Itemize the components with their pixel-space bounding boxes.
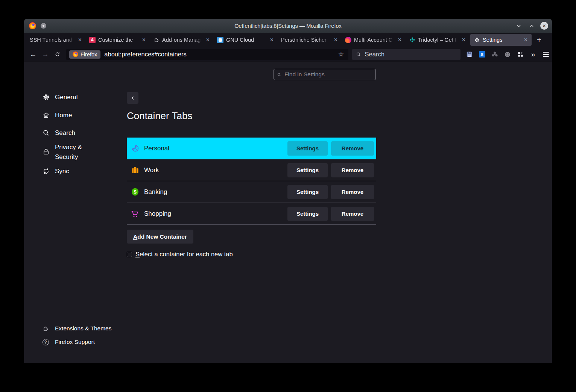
settings-page: General Home Search Privacy & Security (24, 62, 552, 363)
tab-close-icon[interactable]: × (141, 36, 146, 44)
pin-window-button[interactable] (41, 23, 46, 29)
animal-extension-button[interactable] (503, 50, 512, 59)
find-in-settings-box[interactable] (274, 69, 376, 80)
tab-multi-account[interactable]: Multi-Account C × (342, 33, 406, 47)
tab-label: Customize the (98, 37, 139, 43)
sidebar-item-search[interactable]: Search (42, 128, 91, 138)
container-settings-button[interactable]: Settings (287, 141, 328, 156)
extensions-themes-link[interactable]: Extensions & Themes (42, 325, 111, 332)
multi-account-containers-icon (345, 37, 351, 43)
home-icon (42, 111, 50, 119)
s-extension-button[interactable]: S (478, 50, 486, 59)
chevron-down-icon (516, 23, 522, 29)
s-extension-icon: S (479, 51, 485, 58)
sidebar-label: General (55, 92, 91, 102)
container-remove-button[interactable]: Remove (331, 207, 374, 221)
firefox-support-link[interactable]: ? Firefox Support (42, 339, 95, 345)
tab-addons-manager[interactable]: Add-ons Manag × (150, 33, 214, 47)
back-button[interactable]: ← (27, 49, 39, 60)
checkbox[interactable] (127, 252, 132, 257)
url-bar[interactable]: Firefox about:preferences#containers ☆ (66, 49, 348, 60)
reload-button[interactable] (51, 49, 63, 60)
app-menu-button[interactable] (542, 50, 550, 59)
add-new-container-button[interactable]: Add New Container (127, 230, 193, 244)
firefox-logo-icon (29, 22, 36, 29)
container-settings-button[interactable]: Settings (287, 163, 328, 177)
footer-link-label: Extensions & Themes (55, 325, 111, 332)
save-page-extension-button[interactable] (465, 50, 473, 59)
container-remove-button[interactable]: Remove (331, 141, 374, 156)
new-tab-button[interactable]: + (532, 36, 546, 44)
shopping-cart-icon (131, 209, 140, 218)
checkbox-label: Select a container for each new tab (135, 251, 233, 258)
url-text[interactable]: about:preferences#containers (104, 51, 336, 58)
bookmark-star-icon[interactable]: ☆ (337, 50, 345, 58)
tab-close-icon[interactable]: × (523, 36, 528, 44)
tab-label: Persönliche Sicher (281, 37, 331, 43)
lock-icon (42, 148, 50, 156)
extension-buttons: S » (465, 50, 550, 59)
close-button[interactable]: ✕ (540, 22, 548, 30)
minimize-button[interactable] (515, 22, 523, 30)
tab-gnu-cloud[interactable]: GNU Cloud × (214, 33, 278, 47)
search-icon (277, 72, 281, 77)
checkbox-accesskey: S (135, 251, 140, 257)
tab-persoenliche-sicherheit[interactable]: Persönliche Sicher × (278, 33, 342, 47)
search-icon (42, 129, 50, 137)
fingerprint-icon (131, 144, 140, 153)
tab-close-icon[interactable]: × (397, 36, 402, 44)
container-remove-button[interactable]: Remove (331, 163, 374, 177)
add-button-accesskey: A (133, 233, 137, 240)
tab-close-icon[interactable]: × (269, 36, 274, 44)
gear-icon (42, 93, 50, 101)
find-in-settings-input[interactable] (284, 71, 372, 78)
footer-link-label: Firefox Support (55, 339, 95, 345)
container-settings-button[interactable]: Settings (287, 185, 328, 199)
container-label: Personal (144, 145, 287, 152)
search-bar[interactable] (352, 49, 460, 60)
container-row-personal[interactable]: Personal Settings Remove (127, 138, 376, 159)
firefox-window: Oeffentlich|tabs:8|Settings — Mozilla Fi… (24, 19, 552, 363)
tab-close-icon[interactable]: × (78, 36, 82, 44)
container-row-work[interactable]: Work Settings Remove (127, 159, 376, 181)
tridactyl-extension-button[interactable] (491, 50, 499, 59)
site-identity-badge[interactable]: Firefox (69, 50, 100, 59)
tab-customize[interactable]: A Customize the × (86, 33, 150, 47)
container-row-shopping[interactable]: Shopping Settings Remove (127, 203, 376, 225)
sidebar-label: Home (55, 110, 91, 120)
help-icon: ? (42, 339, 49, 345)
tab-close-icon[interactable]: × (461, 36, 466, 44)
puzzle-piece-icon (153, 37, 160, 43)
sidebar-item-home[interactable]: Home (42, 110, 91, 120)
back-to-privacy-button[interactable] (127, 92, 138, 104)
tab-label: Add-ons Manag (162, 37, 203, 43)
container-settings-button[interactable]: Settings (287, 207, 328, 221)
chevron-up-icon (529, 23, 535, 29)
tab-tridactyl[interactable]: Tridactyl – Get t × (406, 33, 470, 47)
overflow-menu-button[interactable]: » (529, 50, 537, 59)
container-remove-button[interactable]: Remove (331, 185, 374, 199)
tab-ssh-tunnels[interactable]: SSH Tunnels and M × (26, 33, 86, 47)
sidebar-item-sync[interactable]: Sync (42, 166, 91, 176)
tab-label: SSH Tunnels and M (30, 37, 75, 43)
sidebar-label: Privacy & Security (55, 142, 91, 162)
tab-label: Tridactyl – Get t (418, 37, 459, 43)
containers-extension-button[interactable] (516, 50, 524, 59)
dollar-sign-icon: $ (131, 188, 140, 197)
reload-icon (54, 51, 61, 58)
hamburger-icon (543, 52, 549, 57)
tab-settings-active[interactable]: Settings × (470, 34, 532, 46)
window-title: Oeffentlich|tabs:8|Settings — Mozilla Fi… (24, 23, 552, 29)
container-row-banking[interactable]: $ Banking Settings Remove (127, 181, 376, 203)
sidebar-label: Search (55, 128, 91, 138)
tab-close-icon[interactable]: × (333, 36, 338, 44)
sidebar-item-privacy-security[interactable]: Privacy & Security (42, 142, 91, 162)
select-container-checkbox-row[interactable]: Select a container for each new tab (127, 251, 233, 258)
navigation-toolbar: ← → Firefox about:preferences#containers… (24, 47, 552, 62)
titlebar[interactable]: Oeffentlich|tabs:8|Settings — Mozilla Fi… (24, 19, 552, 33)
question-glyph: ? (44, 340, 47, 344)
maximize-button[interactable] (527, 22, 536, 30)
tab-close-icon[interactable]: × (205, 36, 210, 44)
sidebar-item-general[interactable]: General (42, 92, 91, 102)
search-input[interactable] (364, 50, 457, 58)
